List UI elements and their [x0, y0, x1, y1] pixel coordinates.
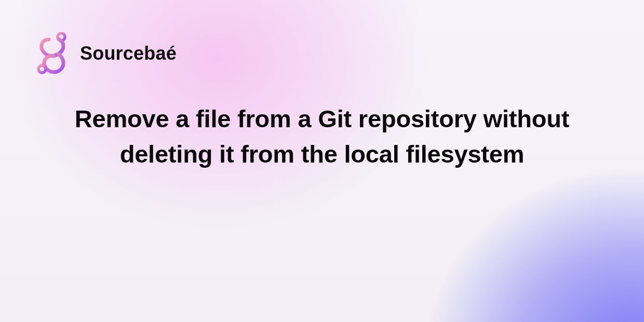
sourcebae-logo-icon [36, 32, 73, 75]
page-headline: Remove a file from a Git repository with… [73, 101, 571, 172]
brand-name: Sourcebaé [80, 43, 177, 64]
brand-logo: Sourcebaé [36, 32, 177, 75]
svg-point-1 [38, 65, 46, 73]
